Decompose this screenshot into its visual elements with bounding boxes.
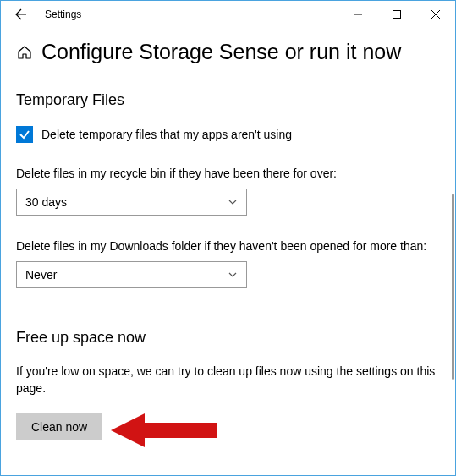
- titlebar: Settings: [1, 1, 455, 28]
- downloads-value: Never: [25, 268, 57, 282]
- arrow-left-icon: [14, 8, 28, 21]
- downloads-label: Delete files in my Downloads folder if t…: [16, 239, 440, 253]
- back-button[interactable]: [8, 1, 35, 28]
- recycle-bin-dropdown[interactable]: 30 days: [16, 189, 247, 216]
- close-icon: [431, 10, 440, 19]
- delete-temp-label: Delete temporary files that my apps aren…: [41, 128, 292, 141]
- close-button[interactable]: [416, 1, 455, 28]
- page-title: Configure Storage Sense or run it now: [41, 40, 401, 64]
- minimize-button[interactable]: [338, 1, 377, 28]
- window-title: Settings: [45, 8, 81, 20]
- checkmark-icon: [19, 129, 30, 140]
- clean-now-button[interactable]: Clean now: [16, 413, 102, 440]
- chevron-down-icon: [228, 197, 238, 207]
- home-icon: [16, 44, 33, 61]
- delete-temp-checkbox-row: Delete temporary files that my apps aren…: [16, 126, 440, 143]
- recycle-bin-label: Delete files in my recycle bin if they h…: [16, 167, 440, 180]
- temp-files-heading: Temporary Files: [16, 91, 440, 109]
- window-controls: [338, 1, 455, 28]
- recycle-bin-value: 30 days: [25, 195, 67, 209]
- downloads-dropdown[interactable]: Never: [16, 261, 247, 288]
- page-header: Configure Storage Sense or run it now: [16, 40, 440, 64]
- scrollbar[interactable]: [452, 194, 454, 380]
- maximize-icon: [393, 10, 401, 19]
- maximize-button[interactable]: [377, 1, 416, 28]
- svg-rect-0: [393, 11, 401, 19]
- free-up-heading: Free up space now: [16, 329, 440, 347]
- chevron-down-icon: [228, 270, 238, 280]
- minimize-icon: [354, 10, 362, 19]
- delete-temp-checkbox[interactable]: [16, 126, 33, 143]
- free-up-description: If you're low on space, we can try to cl…: [16, 364, 440, 397]
- content: Configure Storage Sense or run it now Te…: [1, 28, 455, 440]
